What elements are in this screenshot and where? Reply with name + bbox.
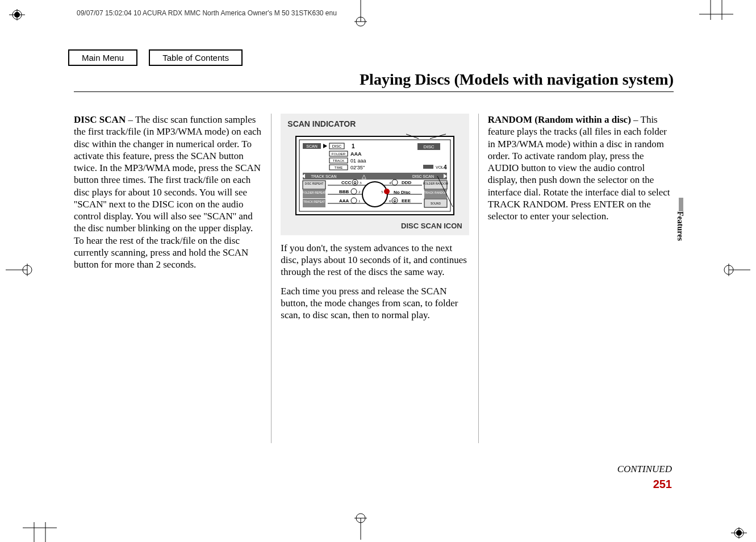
svg-text:02'35'': 02'35'' [350,165,365,170]
svg-text:⦿: ⦿ [393,199,396,203]
disc-scan-body: The disc scan function samples the first… [74,114,261,270]
target-mark-icon [6,261,34,281]
title-underline [74,91,674,92]
side-tab-label: Features [675,211,684,241]
svg-text:4: 4 [389,181,391,185]
svg-text:FOLDER RANDOM: FOLDER RANDOM [423,182,448,185]
svg-text:1: 1 [358,199,361,203]
registration-mark-icon [6,9,28,20]
side-chapter-tab: Features [671,198,683,249]
svg-text:3: 3 [360,181,362,185]
svg-text:01 aaa: 01 aaa [350,158,366,164]
content-columns: DISC SCAN – The disc scan function sampl… [74,114,676,443]
column-divider [271,114,272,443]
figure-title: SCAN INDICATOR [287,119,462,130]
target-mark-icon [722,261,750,281]
audio-display-illustration: SCAN DISC 1 DISC FOLDER AAA TRACK 01 aaa… [293,133,457,218]
svg-text:TRACK RANDOM: TRACK RANDOM [424,191,448,194]
svg-text:DISC: DISC [332,144,342,148]
column-2: SCAN INDICATOR SCAN DISC 1 DISC FOLDER A… [274,114,475,443]
svg-text:CCC: CCC [341,180,352,185]
column-1: DISC SCAN – The disc scan function sampl… [74,114,269,443]
svg-rect-47 [423,165,433,169]
col2-paragraph-1: If you don't, the system advances to the… [281,242,469,278]
svg-text:SOUND: SOUND [431,202,441,205]
registration-mark-icon [728,527,750,539]
svg-text:FOLDER REPEAT: FOLDER REPEAT [302,191,325,194]
svg-text:FOLDER: FOLDER [332,152,346,156]
svg-text:TRACK SCAN: TRACK SCAN [311,174,336,178]
svg-text:EEE: EEE [402,198,411,203]
svg-text:DISC REPEAT: DISC REPEAT [305,182,324,185]
page-title: Playing Discs (Models with navigation sy… [360,70,674,89]
disc-scan-paragraph: DISC SCAN – The disc scan function sampl… [74,114,262,270]
continued-label: CONTINUED [617,464,672,475]
svg-text:TRACK: TRACK [333,159,344,162]
target-mark-icon [352,511,369,542]
svg-point-83 [384,189,390,194]
svg-text:AAA: AAA [339,198,349,203]
svg-text:No Disc: No Disc [394,190,411,195]
column-3: RANDOM (Random within a disc) – This fea… [481,114,676,443]
svg-text:TIME: TIME [335,166,343,169]
page-number: 251 [653,478,672,491]
svg-point-71 [362,182,387,207]
main-menu-button[interactable]: Main Menu [68,49,137,66]
svg-text:AAA: AAA [350,151,362,157]
svg-text:⦿: ⦿ [353,181,357,185]
print-header: 09/07/07 15:02:04 10 ACURA RDX MMC North… [77,9,337,17]
svg-text:5: 5 [381,190,383,194]
svg-text:TRACK REPEAT: TRACK REPEAT [303,200,325,203]
column-divider [478,114,479,443]
svg-text:VOL: VOL [436,165,444,169]
figure-caption: DISC SCAN ICON [287,222,462,231]
col2-paragraph-2: Each time you press and release the SCAN… [281,285,469,322]
svg-text:4: 4 [444,164,447,170]
svg-text:DDD: DDD [402,180,412,185]
svg-text:△: △ [362,173,366,180]
svg-text:DISC: DISC [423,144,434,149]
svg-text:2: 2 [358,190,361,194]
random-paragraph: RANDOM (Random within a disc) – This fea… [488,114,676,222]
svg-text:BBB: BBB [339,189,349,194]
svg-text:6: 6 [389,199,391,203]
random-heading: RANDOM (Random within a disc) [488,114,631,125]
svg-text:DISC SCAN: DISC SCAN [412,174,434,178]
target-mark-icon [352,0,369,31]
svg-text:1: 1 [352,143,355,149]
crop-marks-icon [699,0,733,34]
scan-indicator-figure: SCAN INDICATOR SCAN DISC 1 DISC FOLDER A… [281,114,469,235]
disc-scan-heading: DISC SCAN [74,114,126,125]
svg-text:SCAN: SCAN [306,144,317,148]
crop-marks-icon [23,508,57,542]
toc-button[interactable]: Table of Contents [149,49,243,66]
nav-buttons: Main Menu Table of Contents [68,49,243,66]
random-body: This feature plays the tracks (all files… [488,114,670,222]
